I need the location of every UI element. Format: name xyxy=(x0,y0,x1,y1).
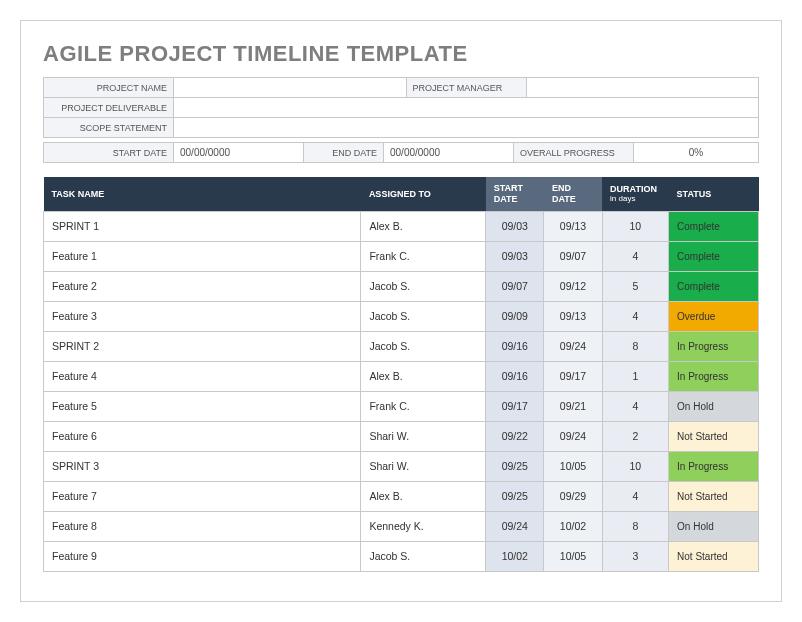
cell-assigned[interactable]: Kennedy K. xyxy=(361,511,486,541)
cell-assigned[interactable]: Shari W. xyxy=(361,421,486,451)
cell-start[interactable]: 09/07 xyxy=(486,271,544,301)
header-duration: DURATION in days xyxy=(602,177,668,211)
cell-status[interactable]: Not Started xyxy=(669,481,759,511)
cell-task[interactable]: Feature 6 xyxy=(44,421,361,451)
cell-end[interactable]: 09/13 xyxy=(544,301,602,331)
cell-task[interactable]: Feature 9 xyxy=(44,541,361,571)
cell-status[interactable]: Complete xyxy=(669,211,759,241)
cell-status[interactable]: Overdue xyxy=(669,301,759,331)
cell-status[interactable]: Complete xyxy=(669,271,759,301)
cell-task[interactable]: SPRINT 3 xyxy=(44,451,361,481)
cell-duration[interactable]: 4 xyxy=(602,301,668,331)
cell-start[interactable]: 09/16 xyxy=(486,361,544,391)
cell-assigned[interactable]: Shari W. xyxy=(361,451,486,481)
cell-status[interactable]: Not Started xyxy=(669,541,759,571)
cell-assigned[interactable]: Frank C. xyxy=(361,241,486,271)
cell-task[interactable]: Feature 8 xyxy=(44,511,361,541)
header-duration-text: DURATION xyxy=(610,184,657,194)
cell-end[interactable]: 09/24 xyxy=(544,421,602,451)
cell-assigned[interactable]: Alex B. xyxy=(361,211,486,241)
cell-end[interactable]: 09/21 xyxy=(544,391,602,421)
cell-task[interactable]: Feature 5 xyxy=(44,391,361,421)
cell-task[interactable]: Feature 4 xyxy=(44,361,361,391)
cell-status[interactable]: Complete xyxy=(669,241,759,271)
cell-duration[interactable]: 1 xyxy=(602,361,668,391)
cell-assigned[interactable]: Frank C. xyxy=(361,391,486,421)
project-manager-cell[interactable] xyxy=(526,78,759,98)
header-start-text: START DATE xyxy=(494,183,523,204)
cell-start[interactable]: 09/09 xyxy=(486,301,544,331)
cell-assigned[interactable]: Jacob S. xyxy=(361,541,486,571)
cell-task[interactable]: Feature 2 xyxy=(44,271,361,301)
cell-end[interactable]: 09/17 xyxy=(544,361,602,391)
cell-duration[interactable]: 3 xyxy=(602,541,668,571)
table-row: Feature 8Kennedy K.09/2410/028On Hold xyxy=(44,511,759,541)
scope-cell[interactable] xyxy=(174,118,759,138)
deliverable-cell[interactable] xyxy=(174,98,759,118)
cell-duration[interactable]: 4 xyxy=(602,241,668,271)
cell-start[interactable]: 09/17 xyxy=(486,391,544,421)
cell-start[interactable]: 09/22 xyxy=(486,421,544,451)
cell-duration[interactable]: 4 xyxy=(602,481,668,511)
table-row: Feature 3Jacob S.09/0909/134Overdue xyxy=(44,301,759,331)
cell-start[interactable]: 09/03 xyxy=(486,241,544,271)
cell-assigned[interactable]: Alex B. xyxy=(361,481,486,511)
cell-task[interactable]: SPRINT 2 xyxy=(44,331,361,361)
cell-duration[interactable]: 10 xyxy=(602,451,668,481)
task-table: TASK NAME ASSIGNED TO START DATE END DAT… xyxy=(43,177,759,572)
project-manager-label: PROJECT MANAGER xyxy=(406,78,526,98)
cell-end[interactable]: 10/05 xyxy=(544,451,602,481)
cell-end[interactable]: 10/02 xyxy=(544,511,602,541)
cell-start[interactable]: 10/02 xyxy=(486,541,544,571)
cell-assigned[interactable]: Jacob S. xyxy=(361,331,486,361)
table-row: SPRINT 1Alex B.09/0309/1310Complete xyxy=(44,211,759,241)
cell-task[interactable]: Feature 7 xyxy=(44,481,361,511)
header-assigned: ASSIGNED TO xyxy=(361,177,486,211)
header-end: END DATE xyxy=(544,177,602,211)
cell-status[interactable]: In Progress xyxy=(669,361,759,391)
cell-start[interactable]: 09/16 xyxy=(486,331,544,361)
project-name-cell[interactable] xyxy=(174,78,407,98)
cell-end[interactable]: 09/12 xyxy=(544,271,602,301)
cell-status[interactable]: In Progress xyxy=(669,451,759,481)
progress-label: OVERALL PROGRESS xyxy=(514,143,634,163)
cell-duration[interactable]: 5 xyxy=(602,271,668,301)
project-name-label: PROJECT NAME xyxy=(44,78,174,98)
start-date-cell[interactable]: 00/00/0000 xyxy=(174,143,304,163)
cell-start[interactable]: 09/24 xyxy=(486,511,544,541)
cell-end[interactable]: 09/29 xyxy=(544,481,602,511)
cell-start[interactable]: 09/25 xyxy=(486,451,544,481)
cell-end[interactable]: 09/24 xyxy=(544,331,602,361)
progress-cell: 0% xyxy=(634,143,759,163)
table-row: SPRINT 2Jacob S.09/1609/248In Progress xyxy=(44,331,759,361)
cell-status[interactable]: On Hold xyxy=(669,511,759,541)
cell-end[interactable]: 09/07 xyxy=(544,241,602,271)
cell-end[interactable]: 10/05 xyxy=(544,541,602,571)
meta-dates-table: START DATE 00/00/0000 END DATE 00/00/000… xyxy=(43,142,759,163)
deliverable-label: PROJECT DELIVERABLE xyxy=(44,98,174,118)
page-title: AGILE PROJECT TIMELINE TEMPLATE xyxy=(43,41,759,67)
cell-task[interactable]: Feature 1 xyxy=(44,241,361,271)
cell-duration[interactable]: 4 xyxy=(602,391,668,421)
table-row: Feature 2Jacob S.09/0709/125Complete xyxy=(44,271,759,301)
end-date-cell[interactable]: 00/00/0000 xyxy=(384,143,514,163)
cell-start[interactable]: 09/25 xyxy=(486,481,544,511)
cell-assigned[interactable]: Jacob S. xyxy=(361,301,486,331)
cell-duration[interactable]: 8 xyxy=(602,511,668,541)
cell-duration[interactable]: 2 xyxy=(602,421,668,451)
cell-task[interactable]: SPRINT 1 xyxy=(44,211,361,241)
cell-task[interactable]: Feature 3 xyxy=(44,301,361,331)
cell-duration[interactable]: 10 xyxy=(602,211,668,241)
cell-duration[interactable]: 8 xyxy=(602,331,668,361)
table-row: Feature 4Alex B.09/1609/171In Progress xyxy=(44,361,759,391)
header-status: STATUS xyxy=(669,177,759,211)
header-duration-sub: in days xyxy=(610,194,660,204)
cell-start[interactable]: 09/03 xyxy=(486,211,544,241)
cell-status[interactable]: Not Started xyxy=(669,421,759,451)
cell-status[interactable]: In Progress xyxy=(669,331,759,361)
cell-status[interactable]: On Hold xyxy=(669,391,759,421)
cell-assigned[interactable]: Jacob S. xyxy=(361,271,486,301)
cell-assigned[interactable]: Alex B. xyxy=(361,361,486,391)
table-row: SPRINT 3Shari W.09/2510/0510In Progress xyxy=(44,451,759,481)
cell-end[interactable]: 09/13 xyxy=(544,211,602,241)
